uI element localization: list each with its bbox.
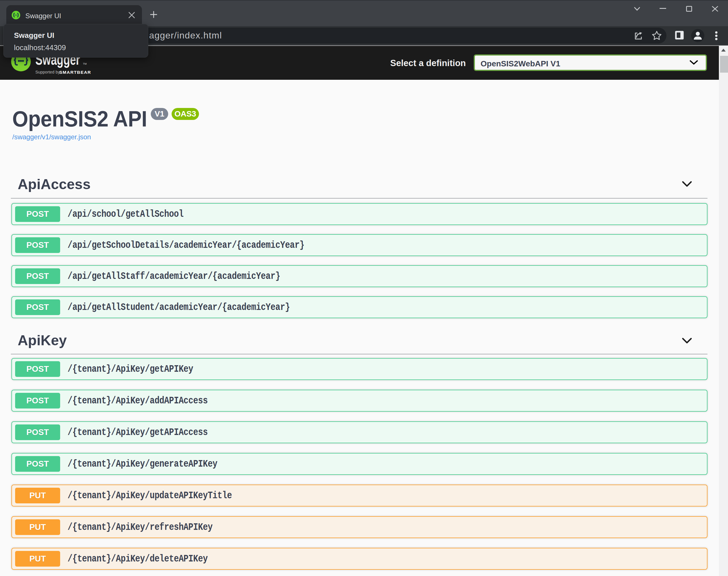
svg-text:TM: TM	[83, 62, 87, 65]
svg-text:Supported by: Supported by	[35, 70, 60, 74]
svg-text:SMARTBEAR: SMARTBEAR	[59, 70, 91, 75]
